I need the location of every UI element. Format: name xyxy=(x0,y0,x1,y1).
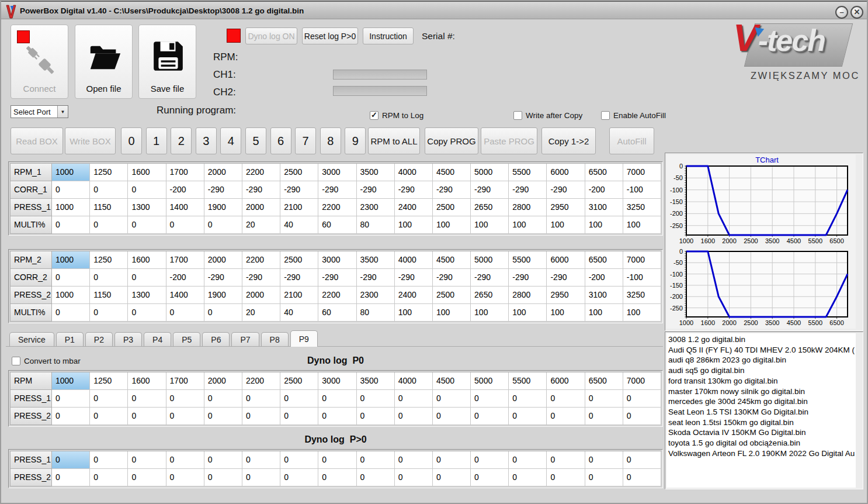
table-cell[interactable]: 0 xyxy=(204,304,242,322)
table-cell[interactable]: 2950 xyxy=(547,286,585,304)
table-cell[interactable]: -100 xyxy=(623,269,661,286)
table-cell[interactable]: 0 xyxy=(395,469,433,486)
table-cell[interactable]: 4000 xyxy=(395,372,433,390)
table-cell[interactable]: 3100 xyxy=(585,199,623,216)
table-cell[interactable]: 0 xyxy=(357,469,395,486)
rpm-to-all-button[interactable]: RPM to ALL xyxy=(368,127,420,154)
table-cell[interactable]: -290 xyxy=(242,181,280,199)
table-cell[interactable]: 1150 xyxy=(90,286,128,304)
table-cell[interactable]: 2650 xyxy=(471,286,509,304)
table-cell[interactable]: 0 xyxy=(357,408,395,425)
copy-1-2-button[interactable]: Copy 1->2 xyxy=(541,127,596,154)
tab-p3[interactable]: P3 xyxy=(114,332,142,347)
table-cell[interactable]: 6500 xyxy=(585,164,623,181)
table-cell[interactable]: 0 xyxy=(471,451,509,469)
read-box-button[interactable]: Read BOX xyxy=(11,127,63,154)
table-cell[interactable]: 0 xyxy=(318,408,356,425)
dyno-log-on-button[interactable]: Dyno log ON xyxy=(245,27,297,44)
table-cell[interactable]: -290 xyxy=(318,181,356,199)
table-cell[interactable]: -290 xyxy=(471,181,509,199)
program-number-button-5[interactable]: 5 xyxy=(245,127,266,154)
table-cell[interactable]: 0 xyxy=(52,216,90,234)
table-cell[interactable]: 0 xyxy=(623,390,661,408)
table-cell[interactable]: 0 xyxy=(585,469,623,486)
table-cell[interactable]: 100 xyxy=(433,304,471,322)
table-cell[interactable]: 40 xyxy=(280,304,318,322)
table-cell[interactable]: 4500 xyxy=(433,164,471,181)
table-cell[interactable]: 0 xyxy=(242,451,280,469)
table-cell[interactable]: 0 xyxy=(433,408,471,425)
tab-p8[interactable]: P8 xyxy=(261,332,289,347)
table-cell[interactable]: 80 xyxy=(357,216,395,234)
close-button[interactable]: ✕ xyxy=(850,6,863,19)
table-cell[interactable]: 2500 xyxy=(280,164,318,181)
table-cell[interactable]: 5000 xyxy=(471,251,509,269)
table-cell[interactable]: 4000 xyxy=(395,164,433,181)
table-cell[interactable]: 100 xyxy=(547,304,585,322)
table-cell[interactable]: 0 xyxy=(128,304,166,322)
table-cell[interactable]: 0 xyxy=(547,469,585,486)
table-cell[interactable]: 0 xyxy=(128,181,166,199)
table-cell[interactable]: 0 xyxy=(395,451,433,469)
table-cell[interactable]: 100 xyxy=(471,216,509,234)
table-cell[interactable]: 2100 xyxy=(280,286,318,304)
list-item[interactable]: 3008 1.2 go digital.bin xyxy=(666,334,856,345)
table-cell[interactable]: 0 xyxy=(242,469,280,486)
table-cell[interactable]: 0 xyxy=(280,390,318,408)
table-cell[interactable]: 1700 xyxy=(166,372,204,390)
table-cell[interactable]: 1000 xyxy=(52,286,90,304)
tab-p2[interactable]: P2 xyxy=(85,332,113,347)
table-cell[interactable]: 0 xyxy=(90,451,128,469)
table-cell[interactable]: 100 xyxy=(509,216,547,234)
table-cell[interactable]: 2500 xyxy=(433,199,471,216)
table-cell[interactable]: 3500 xyxy=(357,251,395,269)
table-cell[interactable]: 0 xyxy=(357,390,395,408)
list-item[interactable]: Seat Leon 1.5 TSI 130KM Go Digital.bin xyxy=(666,407,856,417)
table-cell[interactable]: 0 xyxy=(128,390,166,408)
table-cell[interactable]: 2000 xyxy=(204,164,242,181)
table-cell[interactable]: 0 xyxy=(204,451,242,469)
table-cell[interactable]: -200 xyxy=(166,269,204,286)
table-cell[interactable]: 5500 xyxy=(509,164,547,181)
table-cell[interactable]: 0 xyxy=(204,408,242,425)
table-cell[interactable]: 0 xyxy=(509,451,547,469)
program-number-button-4[interactable]: 4 xyxy=(220,127,241,154)
list-item[interactable]: seat leon 1.5tsi 150km go digital.bin xyxy=(666,417,856,428)
table-cell[interactable]: -200 xyxy=(585,269,623,286)
table-cell[interactable]: 2650 xyxy=(471,199,509,216)
program-number-button-9[interactable]: 9 xyxy=(345,127,366,154)
table-cell[interactable]: 0 xyxy=(280,451,318,469)
table-cell[interactable]: 3000 xyxy=(318,251,356,269)
table-cell[interactable]: 0 xyxy=(585,390,623,408)
table-cell[interactable]: -290 xyxy=(547,181,585,199)
table-cell[interactable]: 5000 xyxy=(471,372,509,390)
table-cell[interactable]: 0 xyxy=(52,269,90,286)
program-number-button-0[interactable]: 0 xyxy=(121,127,142,154)
table-cell[interactable]: 80 xyxy=(357,304,395,322)
select-port-dropdown[interactable]: Select Port ▼ xyxy=(11,105,68,118)
table-cell[interactable]: -290 xyxy=(280,269,318,286)
table-cell[interactable]: 5500 xyxy=(509,251,547,269)
table-cell[interactable]: 5500 xyxy=(509,372,547,390)
table-cell[interactable]: 3000 xyxy=(318,164,356,181)
autofill-button[interactable]: AutoFill xyxy=(609,127,654,154)
table-cell[interactable]: -290 xyxy=(433,181,471,199)
table-cell[interactable]: 100 xyxy=(433,216,471,234)
table-cell[interactable]: 0 xyxy=(204,216,242,234)
list-item[interactable]: Skoda Octavia IV 150KM Go Digital.bin xyxy=(666,427,856,438)
table-cell[interactable]: 1400 xyxy=(166,199,204,216)
table-cell[interactable]: 0 xyxy=(242,390,280,408)
table-cell[interactable]: 0 xyxy=(357,451,395,469)
table-cell[interactable]: 1250 xyxy=(90,251,128,269)
list-item[interactable]: toyota 1.5 go digital od obciążenia.bin xyxy=(666,438,856,448)
table-cell[interactable]: 100 xyxy=(623,304,661,322)
table-cell[interactable]: 100 xyxy=(395,216,433,234)
table-cell[interactable]: -290 xyxy=(357,181,395,199)
table-cell[interactable]: 2500 xyxy=(280,251,318,269)
table-cell[interactable]: 7000 xyxy=(623,164,661,181)
program-number-button-6[interactable]: 6 xyxy=(270,127,291,154)
table-cell[interactable]: 2800 xyxy=(509,286,547,304)
table-cell[interactable]: 0 xyxy=(52,451,90,469)
enable-autofill-checkbox[interactable]: ✓ Enable AutoFill xyxy=(601,111,666,120)
tab-p6[interactable]: P6 xyxy=(202,332,230,347)
